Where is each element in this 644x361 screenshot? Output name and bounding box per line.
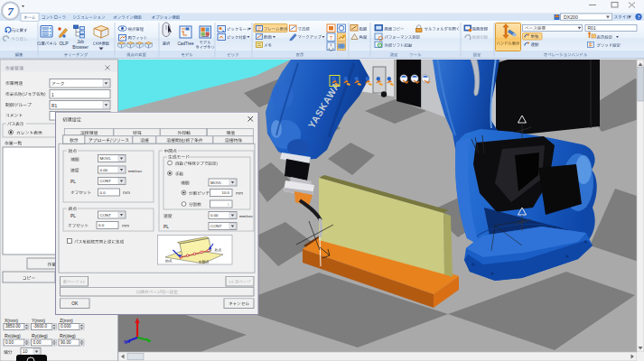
svg-text:mm/sec: mm/sec [128,169,143,173]
svg-text:10.0: 10.0 [221,190,229,195]
svg-text:Rx(deg): Rx(deg) [5,333,21,338]
svg-text:0.00: 0.00 [5,340,14,345]
svg-text:?: ? [638,14,640,20]
svg-text:PL: PL [163,225,169,229]
svg-text:7: 7 [7,5,14,18]
svg-text:CONT: CONT [100,213,112,218]
svg-text:MOVL: MOVL [100,156,112,161]
svg-text:3850.00: 3850.00 [5,324,21,329]
svg-text:N: N [124,339,127,345]
svg-text:0.00: 0.00 [210,213,219,218]
svg-text:0.0: 0.0 [98,223,105,227]
svg-text:10: 10 [23,349,28,354]
svg-text:T: T [330,35,333,41]
svg-text:0.00: 0.00 [100,168,108,172]
svg-text:90.00: 90.00 [61,340,71,345]
svg-text:CadTree: CadTree [177,42,193,46]
svg-text:CONT: CONT [100,179,112,183]
svg-text:-3600.0: -3600.0 [33,324,48,329]
svg-text:PL: PL [70,214,76,218]
svg-text:MOVL: MOVL [210,180,222,185]
svg-text:mm/sec: mm/sec [239,214,254,218]
svg-text:0.00: 0.00 [33,340,42,345]
svg-text:Ry(deg): Ry(deg) [32,333,48,338]
svg-text:X(mm): X(mm) [5,318,18,323]
svg-text:0.000: 0.000 [61,324,71,329]
svg-text:CONT: CONT [210,224,222,228]
svg-text:OLP: OLP [59,41,69,46]
svg-text:Rz(deg): Rz(deg) [60,333,76,338]
svg-text:1: 1 [51,93,54,97]
svg-text:PL: PL [70,180,76,184]
svg-text:OK: OK [71,301,79,306]
svg-text:Y(mm): Y(mm) [32,318,45,323]
svg-text:R1: R1 [51,104,57,108]
svg-text:Job: Job [77,40,84,44]
svg-text:0.0: 0.0 [100,190,107,195]
svg-text:R01: R01 [588,25,596,31]
svg-text:Browser: Browser [72,45,89,50]
svg-text:Z(mm): Z(mm) [60,318,73,323]
svg-text:DX200: DX200 [564,14,578,20]
